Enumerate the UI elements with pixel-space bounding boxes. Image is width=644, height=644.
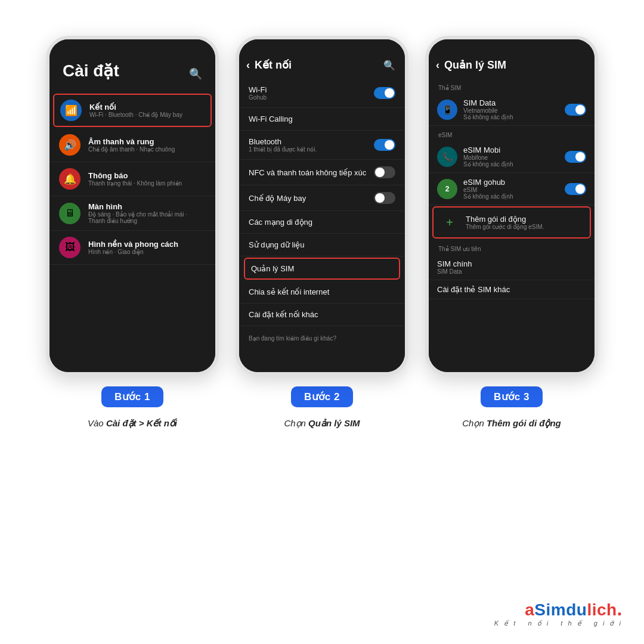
am-thanh-sub: Chế độ âm thanh · Nhạc chuông [88, 146, 175, 153]
settings-item-man-hinh[interactable]: 🖥 Màn hình Độ sáng · Bảo vệ cho mắt thoả… [49, 196, 215, 231]
settings-item-hinh-nen[interactable]: 🖼 Hình nền và phong cách Hình nền · Giao… [49, 231, 215, 265]
ket-noi-title: Kết nối [89, 103, 182, 112]
bluetooth-toggle[interactable] [374, 139, 395, 151]
logo-tagline: K ế t n ố i t h ế g i ớ i [494, 620, 623, 627]
step-badge-2: Bước 2 [291, 386, 353, 407]
man-hinh-sub: Độ sáng · Bảo vệ cho mắt thoải mái · Tha… [88, 211, 206, 224]
connect-item-other[interactable]: Cài đặt kết nối khác [239, 304, 405, 326]
hinh-nen-sub: Hình nền · Giao diện [88, 249, 178, 255]
sim-section-label-2: eSIM [429, 126, 595, 141]
sim-section-label-3: Thẻ SIM ưu tiên [429, 240, 595, 255]
sim-section-label-1: Thẻ SIM [429, 79, 595, 94]
phone-frame-2: ‹ Kết nối 🔍 Wi-Fi Gohub [236, 36, 408, 376]
logo-text: aSimdulich. [525, 599, 623, 618]
header-left: ‹ Kết nối [246, 58, 292, 72]
sim-item-them-goi[interactable]: + Thêm gói di động Thêm gói cước di động… [432, 206, 591, 239]
step-desc-2: Chọn Quản lý SIM [284, 418, 360, 429]
sim-header-title: Quản lý SIM [444, 58, 506, 72]
connect-item-wifi-calling[interactable]: Wi-Fi Calling [239, 108, 405, 131]
settings-header: Cài đặt 🔍 [49, 39, 215, 89]
settings-title: Cài đặt [63, 61, 119, 80]
settings-item-thong-bao[interactable]: 🔔 Thông báo Thanh trạng thái · Không làm… [49, 162, 215, 196]
hinh-nen-text: Hình nền và phong cách Hình nền · Giao d… [88, 240, 178, 255]
connect-search-icon[interactable]: 🔍 [383, 60, 395, 71]
man-hinh-icon: 🖥 [59, 203, 80, 224]
thong-bao-text: Thông báo Thanh trạng thái · Không làm p… [88, 171, 182, 187]
sim-header-left: ‹ Quản lý SIM [436, 58, 506, 72]
back-arrow-icon[interactable]: ‹ [246, 59, 250, 72]
step-desc-1: Vào Cài đặt > Kết nối [88, 418, 177, 429]
sim-item-sim-data[interactable]: 📱 SIM Data Vietnamobile Số không xác địn… [429, 94, 595, 126]
phone-column-2: ‹ Kết nối 🔍 Wi-Fi Gohub [236, 36, 408, 429]
wifi-toggle[interactable] [374, 87, 395, 99]
man-hinh-text: Màn hình Độ sáng · Bảo vệ cho mắt thoải … [88, 202, 206, 224]
esim-gohub-icon: 2 [437, 179, 457, 199]
am-thanh-title: Âm thanh và rung [88, 137, 175, 146]
connect-item-nfc[interactable]: NFC và thanh toán không tiếp xúc [239, 160, 405, 185]
phone-column-1: Cài đặt 🔍 📶 Kết nối Wi-Fi · Bluetooth · … [46, 36, 219, 429]
step-badge-3: Bước 3 [481, 386, 543, 407]
sim-data-icon: 📱 [437, 100, 457, 120]
connect-screen: ‹ Kết nối 🔍 Wi-Fi Gohub [239, 39, 405, 372]
sim-header: ‹ Quản lý SIM [429, 39, 595, 79]
settings-item-am-thanh[interactable]: 🔊 Âm thanh và rung Chế độ âm thanh · Nhạ… [49, 128, 215, 162]
search-icon[interactable]: 🔍 [189, 67, 202, 80]
esim-mobi-icon: 📞 [437, 147, 457, 167]
connect-header-title: Kết nối [255, 58, 292, 72]
sim-back-arrow-icon[interactable]: ‹ [436, 59, 439, 72]
connect-item-sim-management[interactable]: Quản lý SIM [244, 258, 400, 280]
logo-area: aSimdulich. K ế t n ố i t h ế g i ớ i [494, 599, 623, 627]
connect-item-data-usage[interactable]: Sử dụng dữ liệu [239, 234, 405, 256]
airplane-toggle[interactable] [374, 192, 395, 204]
hinh-nen-icon: 🖼 [59, 237, 80, 258]
esim-gohub-toggle[interactable] [565, 183, 586, 195]
am-thanh-text: Âm thanh và rung Chế độ âm thanh · Nhạc … [88, 137, 175, 153]
settings-screen: Cài đặt 🔍 📶 Kết nối Wi-Fi · Bluetooth · … [49, 39, 215, 372]
phones-row: Cài đặt 🔍 📶 Kết nối Wi-Fi · Bluetooth · … [0, 36, 644, 429]
sim-screen: ‹ Quản lý SIM Thẻ SIM 📱 SIM Data Vietnam… [429, 39, 595, 372]
settings-list: 📶 Kết nối Wi-Fi · Bluetooth · Chế độ Máy… [49, 92, 215, 265]
sim-item-cai-dat-khac[interactable]: Cài đặt thẻ SIM khác [429, 280, 595, 299]
ket-noi-sub: Wi-Fi · Bluetooth · Chế độ Máy bay [89, 112, 182, 118]
hinh-nen-title: Hình nền và phong cách [88, 240, 178, 249]
phone-column-3: ‹ Quản lý SIM Thẻ SIM 📱 SIM Data Vietnam… [425, 36, 598, 429]
them-goi-icon: + [439, 212, 460, 233]
connect-item-airplane[interactable]: Chế độ Máy bay [239, 185, 405, 211]
sim-data-toggle[interactable] [565, 104, 586, 116]
esim-mobi-toggle[interactable] [565, 151, 586, 163]
main-container: Cài đặt 🔍 📶 Kết nối Wi-Fi · Bluetooth · … [0, 0, 644, 644]
am-thanh-icon: 🔊 [59, 134, 80, 156]
phone-frame-3: ‹ Quản lý SIM Thẻ SIM 📱 SIM Data Vietnam… [425, 36, 598, 376]
thong-bao-sub: Thanh trạng thái · Không làm phiền [88, 180, 182, 187]
connect-search-hint: Bạn đang tìm kiếm điều gì khác? [239, 326, 405, 349]
settings-item-ket-noi[interactable]: 📶 Kết nối Wi-Fi · Bluetooth · Chế độ Máy… [53, 94, 212, 127]
sim-item-esim-mobi[interactable]: 📞 eSIM Mobi Mobifone Số không xác định [429, 141, 595, 173]
connect-header: ‹ Kết nối 🔍 [239, 39, 405, 79]
phone-frame-1: Cài đặt 🔍 📶 Kết nối Wi-Fi · Bluetooth · … [46, 36, 219, 376]
ket-noi-text: Kết nối Wi-Fi · Bluetooth · Chế độ Máy b… [89, 103, 182, 118]
step-badge-1: Bước 1 [101, 386, 163, 407]
nfc-toggle[interactable] [374, 166, 395, 178]
man-hinh-title: Màn hình [88, 202, 206, 211]
ket-noi-icon: 📶 [60, 100, 82, 121]
connect-item-bluetooth[interactable]: Bluetooth 1 thiết bị đã được kết nối. [239, 131, 405, 160]
thong-bao-icon: 🔔 [59, 168, 80, 190]
connect-item-wifi[interactable]: Wi-Fi Gohub [239, 79, 405, 108]
step-desc-3: Chọn Thêm gói di động [462, 418, 561, 429]
connect-item-hotspot[interactable]: Chia sẻ kết nối internet [239, 281, 405, 304]
connect-item-mobile-networks[interactable]: Các mạng di động [239, 211, 405, 234]
sim-item-sim-chinh[interactable]: SIM chính SIM Data [429, 255, 595, 280]
thong-bao-title: Thông báo [88, 171, 182, 180]
sim-item-esim-gohub[interactable]: 2 eSIM gohub eSIM Số không xác định [429, 173, 595, 205]
connect-list: Wi-Fi Gohub Wi-Fi Calling [239, 79, 405, 349]
